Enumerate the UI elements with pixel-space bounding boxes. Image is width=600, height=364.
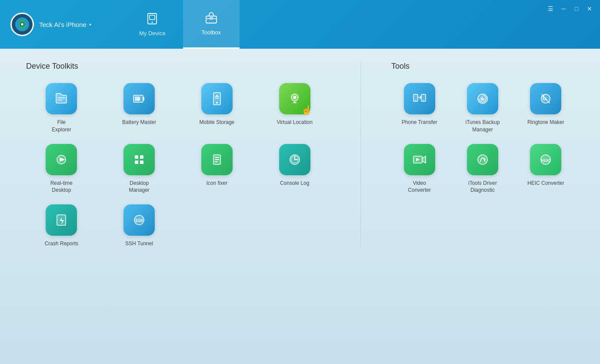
device-toolkits-title: Device Toolkits (26, 62, 330, 71)
heic-converter-icon: HEIC (530, 144, 561, 175)
svg-rect-24 (140, 160, 143, 164)
tool-ssh-tunnel[interactable]: SSH SSH Tunnel (104, 204, 175, 247)
tool-battery-master[interactable]: Battery Master (104, 83, 175, 134)
app-logo (10, 13, 34, 36)
tool-virtual-location[interactable]: ☝️ Virtual Location (259, 83, 330, 134)
desktop-manager-label: DesktopManager (129, 180, 149, 194)
console-log-label: Console Log (280, 180, 309, 187)
tool-desktop-manager[interactable]: DesktopManager (104, 144, 175, 194)
device-toolkits-section: Device Toolkits FileExplorer (26, 62, 330, 247)
main-content: Device Toolkits FileExplorer (0, 49, 600, 364)
toolbox-icon (205, 12, 217, 27)
tool-heic-converter[interactable]: HEIC HEIC Converter (518, 144, 574, 194)
svg-point-16 (217, 97, 217, 97)
heic-converter-label: HEIC Converter (527, 180, 564, 187)
video-converter-icon (404, 144, 435, 175)
tools-section: Tools Phone Transfer (391, 62, 574, 247)
tool-itools-driver[interactable]: iTools DriverDiagnostic (454, 144, 510, 194)
svg-point-33 (294, 159, 295, 160)
svg-rect-12 (143, 97, 144, 100)
file-explorer-label: FileExplorer (52, 119, 71, 134)
device-dropdown-icon: ▾ (89, 22, 91, 27)
menu-icon[interactable]: ☰ (547, 5, 554, 12)
svg-rect-6 (150, 15, 155, 20)
maximize-button[interactable]: □ (573, 5, 580, 12)
virtual-location-icon: ☝️ (279, 83, 310, 114)
tab-toolbox[interactable]: Toolbox (183, 0, 240, 49)
tab-my-device-label: My Device (139, 30, 166, 37)
tool-phone-transfer[interactable]: Phone Transfer (391, 83, 447, 134)
tool-mobile-storage[interactable]: Mobile Storage (182, 83, 253, 134)
sections-row: Device Toolkits FileExplorer (26, 62, 574, 247)
device-toolkits-grid: FileExplorer Battery Master (26, 83, 330, 247)
tools-title: Tools (391, 62, 574, 71)
tool-file-explorer[interactable]: FileExplorer (26, 83, 97, 134)
ssh-tunnel-label: SSH Tunnel (125, 240, 153, 247)
svg-rect-23 (135, 160, 138, 164)
tab-toolbox-label: Toolbox (201, 29, 221, 36)
tool-itunes-backup[interactable]: iTunes BackupManager (454, 83, 510, 134)
battery-master-label: Battery Master (122, 119, 156, 126)
tool-console-log[interactable]: Console Log (259, 144, 330, 194)
tool-icon-fixer[interactable]: Icon fixer (182, 144, 253, 194)
realtime-desktop-label: Real-timeDesktop (50, 180, 73, 194)
tool-ringtone-maker[interactable]: Ringtone Maker (518, 83, 574, 134)
my-device-icon (146, 13, 158, 27)
svg-point-40 (423, 100, 424, 100)
ssh-tunnel-icon: SSH (123, 204, 155, 236)
itunes-backup-label: iTunes BackupManager (466, 119, 500, 134)
realtime-desktop-icon (46, 144, 77, 175)
svg-point-7 (152, 21, 153, 23)
svg-rect-22 (140, 155, 143, 159)
close-button[interactable]: ✕ (586, 5, 593, 12)
phone-transfer-icon (404, 83, 435, 114)
itunes-backup-icon (467, 83, 498, 114)
svg-point-48 (478, 155, 487, 164)
virtual-location-label: Virtual Location (277, 119, 313, 126)
minimize-button[interactable]: ─ (560, 5, 567, 12)
icon-fixer-icon (201, 144, 233, 175)
tabs: My Device Toolbox (122, 0, 240, 49)
file-explorer-icon (46, 83, 77, 114)
desktop-manager-icon (123, 144, 155, 175)
battery-master-icon (123, 83, 155, 114)
tool-crash-reports[interactable]: Crash Reports (26, 204, 97, 247)
svg-point-4 (21, 23, 23, 26)
phone-transfer-label: Phone Transfer (402, 119, 437, 126)
ringtone-maker-label: Ringtone Maker (527, 119, 564, 126)
section-divider (360, 62, 361, 247)
cursor-icon: ☝️ (301, 105, 312, 115)
svg-point-15 (216, 102, 218, 104)
video-converter-label: VideoConverter (408, 180, 431, 194)
ringtone-maker-icon (530, 83, 561, 114)
console-log-icon (279, 144, 310, 175)
itools-driver-icon (467, 144, 498, 175)
device-name[interactable]: Teck Ai's iPhone ▾ (39, 21, 91, 28)
svg-point-18 (293, 96, 296, 99)
tool-video-converter[interactable]: VideoConverter (391, 144, 447, 194)
mobile-storage-label: Mobile Storage (200, 119, 235, 126)
mobile-storage-icon (201, 83, 233, 114)
crash-reports-icon (46, 204, 77, 236)
logo-area: Teck Ai's iPhone ▾ (0, 0, 122, 49)
icon-fixer-label: Icon fixer (207, 180, 228, 187)
tools-grid: Phone Transfer iTunes BackupManager (391, 83, 574, 194)
svg-point-39 (415, 100, 416, 100)
header: Teck Ai's iPhone ▾ My Device (0, 0, 600, 49)
window-controls: ☰ ─ □ ✕ (547, 5, 593, 12)
itools-driver-label: iTools DriverDiagnostic (468, 180, 497, 194)
crash-reports-label: Crash Reports (45, 240, 78, 247)
svg-rect-21 (135, 155, 138, 159)
tool-realtime-desktop[interactable]: Real-timeDesktop (26, 144, 97, 194)
svg-text:HEIC: HEIC (541, 158, 551, 163)
tab-my-device[interactable]: My Device (122, 0, 183, 49)
svg-text:SSH: SSH (135, 218, 143, 223)
